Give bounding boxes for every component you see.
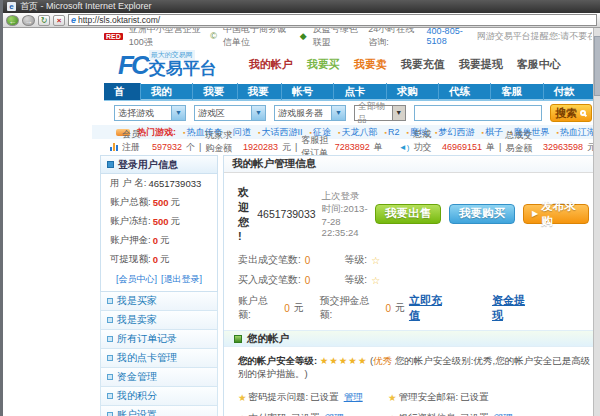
security-stars: ★★★★★ bbox=[320, 355, 368, 366]
hotline-label: 24小时在线咨询: bbox=[368, 28, 420, 49]
manage-link[interactable]: 管理 bbox=[325, 412, 344, 416]
cert-antitheft: 反盗号绿色联盟 bbox=[313, 28, 363, 49]
account-panel: 我的帐户管理信息 欢迎您 ! 4651739033 上次登录时间:2013-7-… bbox=[223, 155, 596, 416]
scrollbar-thumb[interactable] bbox=[594, 36, 600, 96]
recharge-link[interactable]: 立即充值 bbox=[409, 293, 452, 323]
shield-icon: ◆ bbox=[300, 31, 307, 41]
user-box-icon bbox=[107, 161, 114, 168]
site-header: FC 最大的交易网 交易平台 我的帐户 我要买 我要卖 我要充值 我要提现 客服… bbox=[92, 44, 596, 84]
nav-tab-home[interactable]: 首页 bbox=[104, 83, 141, 100]
square-icon bbox=[107, 355, 113, 361]
square-icon bbox=[107, 317, 113, 323]
square-icon bbox=[107, 412, 113, 416]
nav-tab-card-trade[interactable]: 点卡交易 bbox=[334, 83, 386, 100]
red-badge: RED bbox=[104, 33, 123, 40]
nav-tab-service-verify[interactable]: 客服验证 bbox=[491, 83, 543, 100]
zone-select[interactable]: 游戏区 ▼ bbox=[194, 105, 266, 121]
nav-tab-powerleveling[interactable]: 代练服务 bbox=[439, 83, 491, 100]
cert-ecommerce: 中国电子商务诚信单位 bbox=[223, 28, 294, 49]
server-select[interactable]: 游戏服务器 ▼ bbox=[274, 105, 346, 121]
page-favicon-icon: e bbox=[7, 2, 16, 11]
sidebar-item-card-manage[interactable]: 我的点卡管理 bbox=[100, 349, 218, 368]
page-viewport: RED 亚洲中小型营企业100强 © 中国电子商务诚信单位 ◆ 反盗号绿色联盟 … bbox=[6, 28, 600, 416]
utility-nav: 我的帐户 我要买 我要卖 我要充值 我要提现 客服中心 bbox=[249, 57, 561, 72]
site-logo[interactable]: FC 最大的交易网 交易平台 bbox=[118, 50, 217, 78]
square-icon bbox=[107, 298, 113, 304]
sidebar-item-buyer[interactable]: 我是买家 bbox=[100, 292, 218, 311]
hot-game-link[interactable]: ▪R2 bbox=[384, 127, 399, 137]
manage-link[interactable]: 管理 bbox=[494, 412, 513, 416]
chevron-down-icon: ▼ bbox=[331, 106, 345, 120]
sidebar-item-funds[interactable]: 资金管理 bbox=[100, 368, 218, 387]
nav-tab-account-trade[interactable]: 帐号交易 bbox=[282, 83, 334, 100]
security-level-row: 您的帐户安全等级: ★★★★★ (优秀 您的帐户安全级别:优秀,您的帐户安全已是… bbox=[224, 347, 595, 383]
post-wanted-button[interactable]: ▶ 发布求购 bbox=[523, 204, 589, 224]
sell-button[interactable]: 我要出售 bbox=[375, 204, 441, 224]
bought-count-row: 买入成交笔数:0 等级:☆ bbox=[224, 270, 595, 290]
search-button[interactable]: 搜索 bbox=[550, 104, 592, 122]
utility-nav-service[interactable]: 客服中心 bbox=[517, 57, 561, 72]
hotline-number: 400-805-5108 bbox=[427, 28, 471, 46]
utility-nav-buy[interactable]: 我要买 bbox=[307, 57, 340, 72]
item-type-select[interactable]: 全部物品 ▼ bbox=[354, 105, 406, 121]
chevron-down-icon: ▼ bbox=[171, 106, 185, 120]
frozen-row: 账户冻结: 500 元 bbox=[101, 212, 217, 231]
chart-icon bbox=[110, 143, 118, 151]
sidebar-item-seller[interactable]: 我是卖家 bbox=[100, 311, 218, 330]
utility-nav-withdraw[interactable]: 我要提现 bbox=[459, 57, 503, 72]
speaker-icon: ◄) bbox=[399, 143, 410, 152]
hot-game-link[interactable]: ▪天龙八部 bbox=[338, 126, 377, 139]
forward-button[interactable]: → bbox=[22, 15, 35, 26]
security-item-bank-info: ★ 银行资料信息: 已设置 管理 bbox=[388, 408, 538, 416]
hot-game-link[interactable]: ▪梦幻西游 bbox=[435, 126, 474, 139]
hot-game-link[interactable]: ▪热血江湖 bbox=[556, 126, 595, 139]
username-row: 用 户 名: 4651739033 bbox=[101, 174, 217, 193]
logout-link[interactable]: [退出登录] bbox=[161, 273, 202, 286]
chevron-down-icon: ▼ bbox=[392, 106, 405, 120]
refresh-button[interactable]: ↻ bbox=[38, 15, 50, 26]
panel-title: 我的帐户管理信息 bbox=[224, 156, 595, 173]
site-stats-strip: 会员注册数:597932个 | 玩家求购金额 ¥1920283元 | 客服担保订… bbox=[92, 139, 596, 155]
manage-link[interactable]: 管理 bbox=[344, 391, 363, 404]
deposit-row: 账户押金: 0 元 bbox=[101, 231, 217, 250]
sold-count-row: 卖出成交笔数:0 等级:☆ bbox=[224, 250, 595, 270]
buy-button[interactable]: 我要购买 bbox=[449, 204, 515, 224]
nav-tab-payment[interactable]: 付款方式 bbox=[544, 83, 596, 100]
welcome-row: 欢迎您 ! 4651739033 上次登录时间:2013-7-28 22:35:… bbox=[224, 173, 595, 250]
nav-tab-wanted[interactable]: 求购信息 bbox=[387, 83, 439, 100]
member-center-link[interactable]: [会员中心] bbox=[116, 273, 157, 286]
browser-scrollbar[interactable] bbox=[593, 28, 600, 416]
sidebar-item-points[interactable]: 我的积分 bbox=[100, 387, 218, 406]
utility-nav-my-account[interactable]: 我的帐户 bbox=[249, 57, 293, 72]
hot-game-link[interactable]: ▪大话西游II bbox=[258, 126, 303, 139]
nav-tab-buy[interactable]: 我要买 bbox=[193, 83, 238, 100]
security-item-pay-password: ★ 支付密码: 已设置 管理 bbox=[238, 408, 388, 416]
hot-game-link[interactable]: ▪棋子 bbox=[481, 126, 502, 139]
sidebar-item-orders[interactable]: 所有订单记录 bbox=[100, 330, 218, 349]
stop-button[interactable]: × bbox=[53, 15, 65, 26]
address-bar[interactable]: e bbox=[68, 14, 597, 26]
sidebar-item-settings[interactable]: 账户设置 bbox=[100, 406, 218, 416]
star-icon: ★ bbox=[388, 392, 397, 403]
security-items: ★ 密码提示问题: 已设置 管理 ★ 管理安全邮箱: 已设置 ★ 支付密 bbox=[224, 383, 595, 416]
window-title: 首页 - Microsoft Internet Explorer bbox=[20, 0, 152, 13]
security-item-password-hint: ★ 密码提示问题: 已设置 管理 bbox=[238, 387, 388, 408]
cert-ecommerce-icon: © bbox=[210, 31, 217, 41]
utility-nav-sell[interactable]: 我要卖 bbox=[354, 57, 387, 72]
url-input[interactable] bbox=[78, 15, 594, 25]
login-user-box: 登录用户信息 用 户 名: 4651739033 账户总额: 500 元 账 bbox=[100, 155, 218, 292]
withdraw-link[interactable]: 资金提现 bbox=[492, 293, 535, 323]
square-icon bbox=[107, 336, 113, 342]
search-input[interactable] bbox=[414, 105, 542, 121]
nav-tab-my-account[interactable]: 我的帐户 bbox=[141, 83, 193, 100]
back-button[interactable]: ← bbox=[6, 15, 19, 26]
ie-icon: e bbox=[71, 15, 76, 25]
utility-nav-recharge[interactable]: 我要充值 bbox=[401, 57, 445, 72]
browser-toolbar: ← → ↻ × e bbox=[3, 13, 600, 28]
game-select[interactable]: 选择游戏 ▼ bbox=[114, 105, 186, 121]
main-nav: 首页 我的帐户 我要买 我要卖 帐号交易 点卡交易 求购信息 代练服务 客服验证… bbox=[104, 84, 596, 101]
star-icon: ☆ bbox=[371, 255, 380, 266]
nav-tab-sell[interactable]: 我要卖 bbox=[238, 83, 283, 100]
site-content: RED 亚洲中小型营企业100强 © 中国电子商务诚信单位 ◆ 反盗号绿色联盟 … bbox=[92, 28, 596, 416]
welcome-label: 欢迎您 ! bbox=[238, 185, 251, 242]
